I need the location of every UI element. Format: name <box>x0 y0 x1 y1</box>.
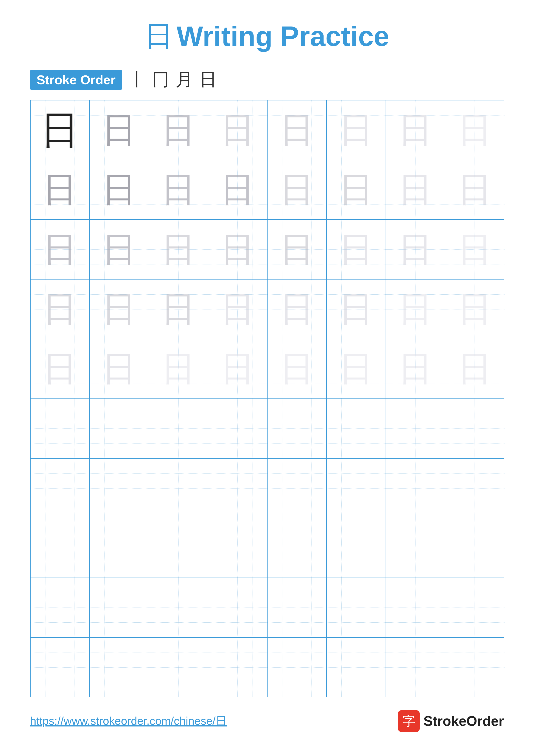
footer-url[interactable]: https://www.strokeorder.com/chinese/日 <box>30 714 227 729</box>
grid-cell[interactable] <box>149 399 208 458</box>
grid-cell[interactable]: 日 <box>149 220 208 279</box>
grid-cell[interactable]: 日 <box>267 339 327 398</box>
grid-cell[interactable] <box>327 459 386 518</box>
grid-cell[interactable]: 日 <box>267 100 327 160</box>
grid-cell[interactable]: 日 <box>31 220 90 279</box>
grid-cell[interactable]: 日 <box>327 100 386 160</box>
grid-cell[interactable] <box>31 459 90 518</box>
grid-cell[interactable]: 日 <box>149 160 208 219</box>
grid-cell[interactable]: 日 <box>445 160 504 219</box>
grid-cell[interactable]: 日 <box>208 280 267 339</box>
grid-cell[interactable]: 日 <box>327 280 386 339</box>
grid-cell[interactable] <box>31 638 90 697</box>
stroke-order-badge: Stroke Order <box>30 70 122 90</box>
title-text: Writing Practice <box>177 20 389 52</box>
grid-row: 日 日 日 日 日 日 日 日 <box>31 220 504 280</box>
grid-cell[interactable] <box>445 459 504 518</box>
grid-cell[interactable] <box>267 578 327 637</box>
grid-cell[interactable] <box>90 459 149 518</box>
grid-cell[interactable] <box>149 578 208 637</box>
grid-cell[interactable] <box>149 518 208 578</box>
grid-cell[interactable]: 日 <box>267 160 327 219</box>
grid-row-empty <box>31 638 504 697</box>
grid-cell[interactable]: 日 <box>386 280 445 339</box>
grid-cell[interactable] <box>267 518 327 578</box>
page-title: 日 Writing Practice <box>145 17 389 55</box>
stroke-order-chars: 丨 冂 月 日 <box>128 68 217 92</box>
stroke-order-section: Stroke Order 丨 冂 月 日 <box>30 68 504 92</box>
grid-cell[interactable]: 日 <box>445 339 504 398</box>
grid-cell[interactable]: 日 <box>90 339 149 398</box>
grid-cell[interactable] <box>208 578 267 637</box>
footer-brand: 字 StrokeOrder <box>398 710 504 732</box>
grid-cell[interactable] <box>386 459 445 518</box>
grid-row: 日 日 日 日 日 日 日 日 <box>31 160 504 220</box>
grid-cell[interactable] <box>31 578 90 637</box>
brand-char: 字 <box>402 713 415 730</box>
grid-cell[interactable]: 日 <box>386 220 445 279</box>
grid-cell[interactable]: 日 <box>208 339 267 398</box>
grid-cell[interactable] <box>327 578 386 637</box>
grid-cell[interactable] <box>31 518 90 578</box>
grid-cell[interactable]: 日 <box>386 160 445 219</box>
grid-cell[interactable]: 日 <box>445 220 504 279</box>
grid-cell[interactable]: 日 <box>149 339 208 398</box>
grid-cell[interactable]: 日 <box>90 100 149 160</box>
grid-cell[interactable] <box>208 518 267 578</box>
grid-cell[interactable]: 日 <box>445 100 504 160</box>
grid-cell[interactable] <box>267 638 327 697</box>
grid-row-empty <box>31 518 504 578</box>
stroke-step-1: 丨 <box>128 68 146 92</box>
grid-cell[interactable]: 日 <box>90 280 149 339</box>
grid-cell[interactable]: 日 <box>31 339 90 398</box>
grid-cell[interactable] <box>90 399 149 458</box>
grid-cell[interactable]: 日 <box>267 220 327 279</box>
grid-cell[interactable] <box>267 459 327 518</box>
grid-cell[interactable] <box>386 638 445 697</box>
grid-cell[interactable]: 日 <box>208 160 267 219</box>
grid-cell[interactable] <box>445 578 504 637</box>
stroke-step-2: 冂 <box>152 68 169 92</box>
grid-cell[interactable]: 日 <box>149 100 208 160</box>
grid-cell[interactable]: 日 <box>386 100 445 160</box>
grid-cell[interactable] <box>208 459 267 518</box>
grid-cell[interactable]: 日 <box>90 160 149 219</box>
grid-cell[interactable] <box>31 399 90 458</box>
grid-cell[interactable] <box>445 638 504 697</box>
grid-cell[interactable]: 日 <box>31 100 90 160</box>
grid-cell[interactable]: 日 <box>208 100 267 160</box>
stroke-step-4: 日 <box>199 68 217 92</box>
grid-cell[interactable] <box>327 399 386 458</box>
grid-cell[interactable] <box>386 399 445 458</box>
grid-row-empty <box>31 399 504 459</box>
grid-row: 日 日 日 日 日 日 日 日 <box>31 100 504 160</box>
grid-cell[interactable] <box>90 518 149 578</box>
grid-cell[interactable]: 日 <box>149 280 208 339</box>
grid-cell[interactable] <box>90 638 149 697</box>
grid-cell[interactable] <box>445 399 504 458</box>
practice-grid: 日 日 日 日 日 日 日 日 <box>30 100 504 697</box>
grid-cell[interactable] <box>386 518 445 578</box>
grid-cell[interactable]: 日 <box>31 160 90 219</box>
title-character: 日 <box>145 17 173 55</box>
grid-cell[interactable] <box>90 578 149 637</box>
grid-cell[interactable]: 日 <box>31 280 90 339</box>
grid-cell[interactable]: 日 <box>327 160 386 219</box>
grid-cell[interactable] <box>208 638 267 697</box>
grid-cell[interactable]: 日 <box>386 339 445 398</box>
grid-cell[interactable]: 日 <box>90 220 149 279</box>
grid-cell[interactable]: 日 <box>327 220 386 279</box>
grid-cell[interactable] <box>149 459 208 518</box>
grid-cell[interactable] <box>327 638 386 697</box>
grid-cell[interactable] <box>149 638 208 697</box>
grid-cell[interactable] <box>445 518 504 578</box>
grid-cell[interactable] <box>208 399 267 458</box>
grid-cell[interactable]: 日 <box>327 339 386 398</box>
grid-cell[interactable] <box>386 578 445 637</box>
grid-cell[interactable] <box>267 399 327 458</box>
grid-cell[interactable] <box>327 518 386 578</box>
brand-icon: 字 <box>398 710 420 732</box>
grid-cell[interactable]: 日 <box>267 280 327 339</box>
grid-cell[interactable]: 日 <box>208 220 267 279</box>
grid-cell[interactable]: 日 <box>445 280 504 339</box>
